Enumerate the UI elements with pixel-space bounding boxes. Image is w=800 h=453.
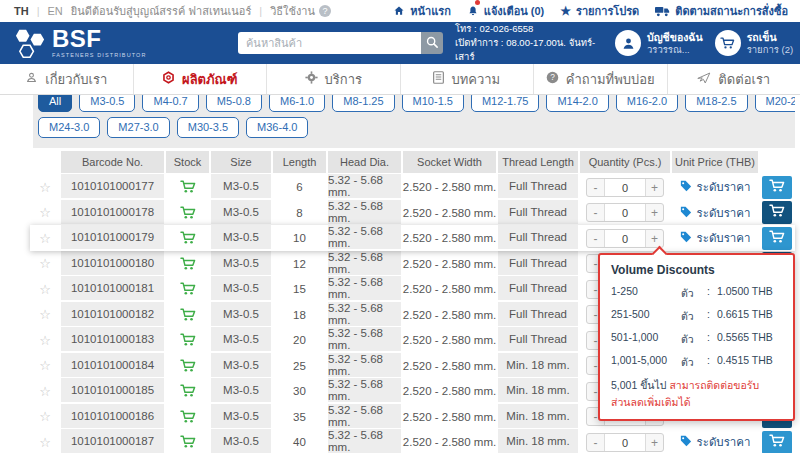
quantity-minus-button[interactable]: - <box>587 230 604 247</box>
utility-bar: TH | EN ยินดีต้อนรับสู่บุญณ์สรรค์ ฟาสเทน… <box>0 0 800 22</box>
quantity-stepper: -0+ <box>586 433 664 452</box>
header-cell-6: Thread Length <box>498 151 578 173</box>
quantity-minus-button[interactable]: - <box>587 204 604 221</box>
nav-item-2[interactable]: บริการ <box>267 64 401 94</box>
filter-chip-M3-0.5[interactable]: M3-0.5 <box>79 95 135 112</box>
nav-item-0[interactable]: เกี่ยวกับเรา <box>0 64 134 94</box>
length-cell: 25 <box>272 353 327 379</box>
quantity-plus-button[interactable]: + <box>646 434 663 451</box>
bsf-logo[interactable]: BSF FASTENERS DISTRIBUTOR <box>14 27 226 60</box>
favorite-star-icon[interactable]: ☆ <box>39 205 51 220</box>
utility-link-1[interactable]: แจ้งเตือน (0) <box>467 2 544 20</box>
head-dia-cell: 5.32 - 5.68 mm. <box>328 353 401 379</box>
quantity-input[interactable]: 0 <box>604 230 646 247</box>
quantity-plus-button[interactable]: + <box>646 204 663 221</box>
quantity-input[interactable]: 0 <box>604 179 646 196</box>
socket-width-value: 2.520 - 2.580 mm. <box>403 283 496 295</box>
filter-chip-M20-2.5[interactable]: M20-2.5 <box>755 95 795 112</box>
stock-cart-icon[interactable] <box>180 333 196 347</box>
nav-item-3[interactable]: บทความ <box>401 64 535 94</box>
account-button[interactable]: บัญชีของฉัน วรวรรณ... <box>615 30 703 56</box>
stock-cart-icon[interactable] <box>180 308 196 322</box>
utility-link-3[interactable]: ติดตามสถานะการสั่งซื้อ <box>655 2 788 20</box>
favorite-star-icon[interactable]: ☆ <box>39 307 51 322</box>
stock-cart-icon[interactable] <box>180 282 196 296</box>
price-level-link[interactable]: ระดับราคา <box>680 178 751 196</box>
stock-cart-icon[interactable] <box>180 257 196 271</box>
stock-cart-icon[interactable] <box>180 384 196 398</box>
add-to-cart-button[interactable] <box>762 176 792 199</box>
filter-chip-M10-1.5[interactable]: M10-1.5 <box>402 95 464 112</box>
favorite-star-icon[interactable]: ☆ <box>39 282 51 297</box>
tier-unit: ตัว <box>681 354 707 371</box>
filter-chip-M16-2.0[interactable]: M16-2.0 <box>616 95 678 112</box>
head-dia-cell: 5.32 - 5.68 mm. <box>328 225 401 251</box>
utility-link-0[interactable]: หน้าแรก <box>393 2 451 20</box>
filter-chip-M24-3.0[interactable]: M24-3.0 <box>38 117 100 138</box>
gear-icon <box>305 71 318 87</box>
size-cell: M3-0.5 <box>211 378 271 404</box>
nav-item-4[interactable]: ?คำถามที่พบบ่อย <box>534 64 668 94</box>
filter-chip-M6-1.0[interactable]: M6-1.0 <box>269 95 325 112</box>
favorite-star-icon[interactable]: ☆ <box>39 384 51 399</box>
quantity-cell: -0+ <box>579 429 671 453</box>
filter-chip-All[interactable]: All <box>38 95 72 112</box>
search-button[interactable] <box>421 32 443 54</box>
filter-chip-M18-2.5[interactable]: M18-2.5 <box>685 95 747 112</box>
add-to-cart-button[interactable] <box>762 431 792 453</box>
filter-chip-M4-0.7[interactable]: M4-0.7 <box>142 95 198 112</box>
filter-chip-M8-1.25[interactable]: M8-1.25 <box>332 95 394 112</box>
add-to-cart-button[interactable] <box>762 227 792 250</box>
price-level-link[interactable]: ระดับราคา <box>680 229 751 247</box>
quantity-minus-button[interactable]: - <box>587 179 604 196</box>
utility-link-2[interactable]: ★รายการโปรด <box>560 2 639 20</box>
head-dia-cell: 5.32 - 5.68 mm. <box>328 378 401 404</box>
size-cell: M3-0.5 <box>211 174 271 200</box>
stock-cart-icon[interactable] <box>180 435 196 449</box>
filter-chip-M12-1.75[interactable]: M12-1.75 <box>471 95 539 112</box>
filter-chip-M30-3.5[interactable]: M30-3.5 <box>177 117 239 138</box>
favorite-star-icon[interactable]: ☆ <box>39 231 51 246</box>
nav-item-5[interactable]: ติดต่อเรา <box>668 64 800 94</box>
quantity-plus-button[interactable]: + <box>646 230 663 247</box>
filter-chip-M14-2.0[interactable]: M14-2.0 <box>546 95 608 112</box>
add-to-cart-button[interactable] <box>762 201 792 224</box>
tier-price: 0.4515 THB <box>717 354 783 371</box>
length-cell: 20 <box>272 327 327 353</box>
search-input[interactable] <box>238 32 421 54</box>
thread-length-cell: Full Thread <box>498 200 578 226</box>
favorite-star-icon[interactable]: ☆ <box>39 256 51 271</box>
quantity-minus-button[interactable]: - <box>587 434 604 451</box>
lang-th[interactable]: TH <box>14 5 29 17</box>
cart-button[interactable]: รถเข็น รายการ (2) <box>715 30 793 56</box>
price-level-link[interactable]: ระดับราคา <box>680 433 751 451</box>
stock-cart-icon[interactable] <box>180 359 196 373</box>
lang-en[interactable]: EN <box>48 5 63 17</box>
head-dia-cell: 5.32 - 5.68 mm. <box>328 200 401 226</box>
favorite-star-icon[interactable]: ☆ <box>39 358 51 373</box>
tier-separator: : <box>707 354 717 371</box>
logo-hexagons-icon <box>14 27 47 60</box>
head-dia-cell: 5.32 - 5.68 mm. <box>328 174 401 200</box>
favorite-star-icon[interactable]: ☆ <box>39 333 51 348</box>
favorite-star-icon[interactable]: ☆ <box>39 409 51 424</box>
filter-chip-M5-0.8[interactable]: M5-0.8 <box>206 95 262 112</box>
favorite-star-icon[interactable]: ☆ <box>39 180 51 195</box>
stock-cart-icon[interactable] <box>180 231 196 245</box>
filter-chip-M27-3.0[interactable]: M27-3.0 <box>107 117 169 138</box>
price-level-link[interactable]: ระดับราคา <box>680 204 751 222</box>
quantity-input[interactable]: 0 <box>604 204 646 221</box>
quantity-input[interactable]: 0 <box>604 434 646 451</box>
stock-cart-icon[interactable] <box>180 180 196 194</box>
add-to-cart-cell <box>759 200 795 226</box>
socket-width-value: 2.520 - 2.580 mm. <box>403 309 496 321</box>
stock-cart-icon[interactable] <box>180 206 196 220</box>
quantity-plus-button[interactable]: + <box>646 179 663 196</box>
add-to-cart-cell <box>759 429 795 453</box>
phone-number: โทร : 02-026-6558 <box>455 22 603 36</box>
help-link[interactable]: วิธีใช้งาน ? <box>270 2 331 20</box>
favorite-star-icon[interactable]: ☆ <box>39 435 51 450</box>
filter-chip-M36-4.0[interactable]: M36-4.0 <box>246 117 308 138</box>
stock-cart-icon[interactable] <box>180 410 196 424</box>
nav-item-1[interactable]: ผลิตภัณฑ์ <box>134 64 268 94</box>
